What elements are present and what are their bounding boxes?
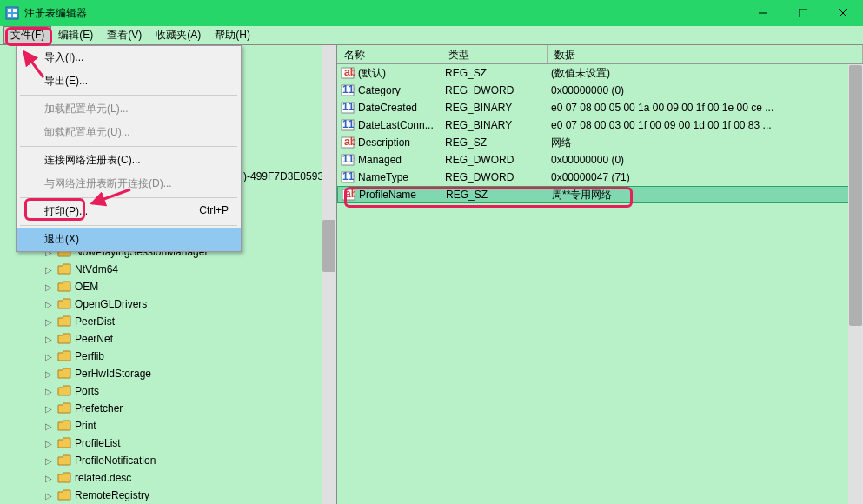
tree-item[interactable]: ▷ related.desc: [26, 469, 329, 487]
value-row[interactable]: abDescription REG_SZ 网络: [337, 134, 863, 151]
folder-icon: [57, 298, 71, 310]
value-row[interactable]: abProfileName REG_SZ 周**专用网络: [337, 186, 863, 203]
tree-item[interactable]: ▷ PeerNet: [26, 330, 329, 348]
value-row[interactable]: 110DateLastConn... REG_BINARY e0 07 08 0…: [337, 116, 863, 134]
menu-connect[interactable]: 连接网络注册表(C)...: [17, 149, 241, 172]
menu-file[interactable]: 文件(F): [3, 26, 51, 44]
value-data: 0x00000047 (71): [548, 171, 863, 183]
tree-item-label: ProfileNotification: [75, 454, 156, 467]
menu-view[interactable]: 查看(V): [100, 26, 149, 44]
tree-item[interactable]: ▷ Ports: [26, 382, 329, 400]
tree-item[interactable]: ▷ ProfileList: [26, 434, 329, 452]
svg-text:110: 110: [342, 118, 355, 130]
value-name: Managed: [358, 154, 402, 166]
value-name: (默认): [358, 66, 386, 81]
folder-icon: [57, 489, 71, 501]
expand-icon[interactable]: ▷: [43, 264, 54, 275]
expand-icon[interactable]: ▷: [43, 490, 54, 501]
expand-icon[interactable]: ▷: [43, 455, 54, 466]
menu-separator: [20, 225, 237, 226]
column-data[interactable]: 数据: [548, 45, 863, 63]
tree-item-label: Ports: [75, 385, 99, 397]
tree-item-label: related.desc: [75, 472, 131, 484]
value-type: REG_DWORD: [441, 171, 548, 183]
scrollbar-thumb[interactable]: [849, 65, 862, 326]
menu-print[interactable]: 打印(P)...Ctrl+P: [17, 200, 241, 223]
close-button[interactable]: [823, 0, 863, 26]
folder-icon: [57, 472, 71, 484]
expand-icon[interactable]: ▷: [43, 386, 54, 396]
folder-icon: [57, 333, 71, 345]
folder-icon: [57, 315, 71, 328]
tree-item[interactable]: ▷ OEM: [26, 278, 329, 295]
folder-icon: [57, 368, 71, 380]
titlebar[interactable]: 注册表编辑器: [0, 0, 863, 26]
value-row[interactable]: 110DateCreated REG_BINARY e0 07 08 00 05…: [337, 99, 863, 116]
expand-icon[interactable]: ▷: [43, 403, 54, 414]
expand-icon[interactable]: ▷: [43, 282, 54, 292]
tree-item[interactable]: ▷ Print: [26, 417, 329, 434]
tree-item[interactable]: ▷ Prefetcher: [26, 400, 329, 417]
svg-text:110: 110: [342, 101, 355, 113]
value-data: (数值未设置): [548, 66, 863, 81]
svg-rect-1: [8, 9, 11, 12]
menu-edit[interactable]: 编辑(E): [51, 26, 100, 44]
tree-item[interactable]: ▷ ProfileNotification: [26, 452, 329, 469]
maximize-button[interactable]: [783, 0, 823, 26]
column-type[interactable]: 类型: [441, 45, 548, 63]
folder-icon: [57, 263, 71, 275]
expand-icon[interactable]: ▷: [43, 299, 54, 309]
value-data: 0x00000000 (0): [548, 84, 863, 96]
tree-item[interactable]: ▷ PeerDist: [26, 313, 329, 330]
values-list: ab(默认) REG_SZ (数值未设置)110Category REG_DWO…: [337, 64, 863, 203]
value-data: 0x00000000 (0): [548, 154, 863, 166]
value-type: REG_SZ: [441, 67, 548, 79]
expand-icon[interactable]: ▷: [43, 438, 54, 448]
tree-item-label: NtVdm64: [75, 263, 118, 275]
column-headers: 名称 类型 数据: [337, 45, 863, 64]
column-name[interactable]: 名称: [337, 45, 441, 63]
minimize-button[interactable]: [743, 0, 783, 26]
svg-rect-6: [799, 9, 807, 17]
svg-text:ab: ab: [344, 66, 355, 78]
expand-icon[interactable]: ▷: [43, 316, 54, 327]
svg-rect-2: [13, 9, 17, 12]
value-name: NameType: [358, 171, 408, 183]
value-data: e0 07 08 00 03 00 1f 00 09 00 1d 00 1f 0…: [548, 119, 863, 131]
menu-import[interactable]: 导入(I)...: [17, 46, 241, 70]
tree-item[interactable]: ▷ NtVdm64: [26, 261, 329, 278]
registry-editor-window: 注册表编辑器 文件(F) 编辑(E) 查看(V) 收藏夹(A) 帮助(H) 导入…: [0, 0, 863, 504]
menu-export[interactable]: 导出(E)...: [17, 70, 241, 93]
svg-text:ab: ab: [345, 188, 355, 200]
value-data: e0 07 08 00 05 00 1a 00 09 00 1f 00 1e 0…: [548, 102, 863, 114]
values-scrollbar[interactable]: [848, 64, 863, 504]
tree-item[interactable]: ▷ RemoteRegistry: [26, 487, 329, 504]
tree-item-label: PeerNet: [75, 333, 113, 345]
value-row[interactable]: ab(默认) REG_SZ (数值未设置): [337, 64, 863, 82]
expand-icon[interactable]: ▷: [43, 368, 54, 379]
file-menu-dropdown: 导入(I)... 导出(E)... 加载配置单元(L)... 卸载配置单元(U)…: [16, 45, 242, 252]
menu-separator: [20, 197, 237, 198]
expand-icon[interactable]: ▷: [43, 421, 54, 431]
value-row[interactable]: 110Category REG_DWORD 0x00000000 (0): [337, 82, 863, 99]
tree-item[interactable]: ▷ OpenGLDrivers: [26, 295, 329, 313]
expand-icon[interactable]: ▷: [43, 334, 54, 344]
registry-tree[interactable]: ▷ Notifications▷ NowPlayingSessionManage…: [26, 226, 329, 504]
menu-unload-hive: 卸载配置单元(U)...: [17, 121, 241, 144]
value-row[interactable]: 110NameType REG_DWORD 0x00000047 (71): [337, 169, 863, 186]
menu-exit[interactable]: 退出(X): [17, 228, 241, 251]
value-row[interactable]: 110Managed REG_DWORD 0x00000000 (0): [337, 151, 863, 169]
tree-scrollbar[interactable]: [322, 45, 336, 504]
tree-item[interactable]: ▷ Perflib: [26, 348, 329, 365]
tree-item-label: Perflib: [75, 350, 104, 362]
svg-text:110: 110: [342, 170, 355, 182]
expand-icon[interactable]: ▷: [43, 351, 54, 361]
value-data: 周**专用网络: [548, 188, 862, 202]
scrollbar-thumb[interactable]: [322, 220, 335, 272]
menu-help[interactable]: 帮助(H): [208, 26, 257, 44]
tree-item[interactable]: ▷ PerHwIdStorage: [26, 365, 329, 382]
binary-value-icon: 110: [341, 118, 355, 132]
tree-item-label: Print: [75, 420, 96, 432]
expand-icon[interactable]: ▷: [43, 473, 54, 483]
menu-favorites[interactable]: 收藏夹(A): [149, 26, 208, 44]
